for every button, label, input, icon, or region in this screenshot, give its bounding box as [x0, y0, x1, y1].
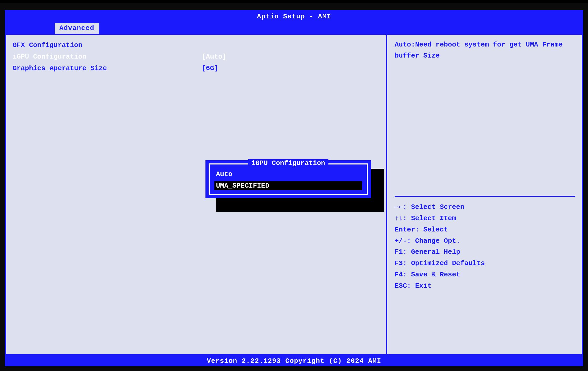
key-help-list: →←: Select Screen ↑↓: Select Item Enter:… — [395, 196, 575, 292]
section-heading: GFX Configuration — [13, 39, 380, 51]
tab-label: Advanced — [59, 24, 94, 32]
footer-bar: Version 2.22.1293 Copyright (C) 2024 AMI — [5, 356, 583, 366]
popup-option-label: Auto — [216, 170, 232, 178]
key-enter-select: Enter: Select — [395, 224, 575, 235]
tab-advanced[interactable]: Advanced — [55, 23, 99, 34]
help-text: Auto:Need reboot system for get UMA Fram… — [395, 39, 575, 61]
popup-title: iGPU Configuration — [248, 159, 328, 167]
bios-frame: Aptio Setup - AMI Advanced GFX Configura… — [5, 10, 583, 366]
setting-value: [Auto] — [202, 53, 226, 61]
key-select-screen: →←: Select Screen — [395, 202, 575, 213]
footer-text: Version 2.22.1293 Copyright (C) 2024 AMI — [207, 357, 381, 365]
section-heading-text: GFX Configuration — [13, 41, 202, 49]
content-area: GFX Configuration iGPU Configuration [Au… — [5, 35, 583, 356]
popup-option-label: UMA_SPECIFIED — [216, 182, 269, 190]
popup-inner: iGPU Configuration Auto UMA_SPECIFIED — [209, 163, 368, 195]
setting-graphics-aperature-size[interactable]: Graphics Aperature Size [6G] — [13, 63, 380, 74]
setting-label: Graphics Aperature Size — [13, 64, 202, 72]
key-change-opt: +/-: Change Opt. — [395, 235, 575, 247]
key-esc-exit: ESC: Exit — [395, 280, 575, 292]
bios-screen: Aptio Setup - AMI Advanced GFX Configura… — [0, 3, 588, 371]
key-select-item: ↑↓: Select Item — [395, 213, 575, 224]
tab-row: Advanced — [5, 23, 583, 35]
help-panel: Auto:Need reboot system for get UMA Fram… — [388, 35, 582, 354]
popup-option-auto[interactable]: Auto — [214, 170, 362, 179]
popup-igpu-configuration: iGPU Configuration Auto UMA_SPECIFIED — [205, 160, 371, 198]
key-optimized-defaults: F3: Optimized Defaults — [395, 258, 575, 269]
setting-igpu-configuration[interactable]: iGPU Configuration [Auto] — [13, 51, 380, 63]
setting-label: iGPU Configuration — [13, 53, 202, 61]
key-general-help: F1: General Help — [395, 246, 575, 258]
popup-option-uma-specified[interactable]: UMA_SPECIFIED — [214, 181, 362, 190]
setting-value: [6G] — [202, 64, 218, 72]
app-title: Aptio Setup - AMI — [257, 13, 331, 20]
title-bar: Aptio Setup - AMI — [5, 10, 583, 23]
key-save-reset: F4: Save & Reset — [395, 269, 575, 280]
